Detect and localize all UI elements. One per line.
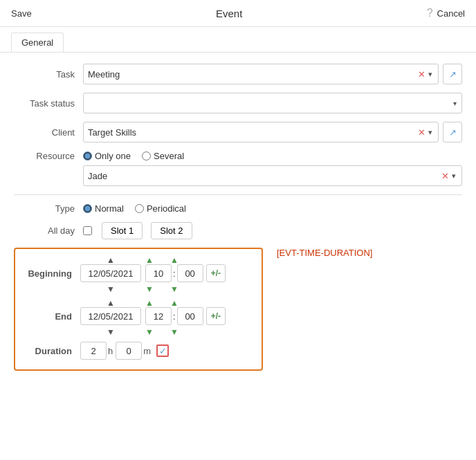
help-icon[interactable]: ? bbox=[427, 7, 433, 19]
end-down-arrows: ▼ ▼ ▼ bbox=[25, 328, 252, 336]
task-label: Task bbox=[14, 69, 83, 80]
resource-several-radio[interactable] bbox=[142, 151, 151, 160]
beginning-minute-up-button[interactable]: ▲ bbox=[169, 256, 180, 264]
end-time-down-group: ▼ ▼ bbox=[144, 328, 180, 336]
client-dropdown-button[interactable]: ▾ bbox=[427, 128, 434, 137]
beginning-date-down-button[interactable]: ▼ bbox=[105, 285, 116, 293]
end-time-up-group: ▲ ▲ bbox=[144, 299, 180, 307]
end-date-up-spacer: ▲ bbox=[80, 299, 141, 307]
cancel-button[interactable]: Cancel bbox=[437, 8, 465, 19]
client-row: Client ✕ ▾ ↗ bbox=[14, 122, 462, 142]
allday-row: All day Slot 1 Slot 2 bbox=[14, 222, 462, 239]
beginning-row: Beginning : +/- bbox=[25, 264, 252, 282]
resource-input-row: ✕ ▾ bbox=[14, 165, 462, 186]
resource-label: Resource bbox=[14, 151, 83, 161]
resource-only-one-radio[interactable] bbox=[83, 151, 92, 160]
end-minute-input[interactable] bbox=[177, 307, 203, 325]
resource-row: Resource Only one Several ✕ ▾ bbox=[14, 151, 462, 186]
type-normal-option[interactable]: Normal bbox=[83, 203, 124, 214]
end-hour-up-button[interactable]: ▲ bbox=[144, 299, 155, 307]
client-input[interactable] bbox=[88, 127, 416, 138]
beginning-colon: : bbox=[172, 268, 177, 279]
task-status-row: Task status ▾ bbox=[14, 93, 462, 113]
task-status-select[interactable] bbox=[83, 93, 462, 113]
duration-hours-unit: h bbox=[108, 346, 113, 356]
form-body: Task ✕ ▾ ↗ Task status ▾ Client ✕ ▾ ↗ Re… bbox=[0, 53, 476, 390]
beginning-hour-up-button[interactable]: ▲ bbox=[144, 256, 155, 264]
task-status-label: Task status bbox=[14, 98, 83, 109]
beginning-hour-down-button[interactable]: ▼ bbox=[144, 285, 155, 293]
end-plusminus-button[interactable]: +/- bbox=[206, 307, 226, 325]
type-periodical-option[interactable]: Periodical bbox=[135, 203, 186, 214]
cancel-group: ? Cancel bbox=[427, 7, 465, 19]
save-button[interactable]: Save bbox=[11, 8, 32, 19]
resource-several-option[interactable]: Several bbox=[142, 151, 184, 161]
duration-minutes-unit: m bbox=[143, 346, 151, 356]
client-label: Client bbox=[14, 127, 83, 138]
client-clear-button[interactable]: ✕ bbox=[416, 127, 427, 138]
tab-general[interactable]: General bbox=[11, 33, 64, 52]
end-date-down-spacer: ▼ bbox=[80, 328, 141, 336]
end-date-down-button[interactable]: ▼ bbox=[105, 328, 116, 336]
end-minute-up-button[interactable]: ▲ bbox=[169, 299, 180, 307]
client-external-link-button[interactable]: ↗ bbox=[443, 122, 462, 142]
end-colon: : bbox=[172, 311, 177, 322]
client-input-wrapper: ✕ ▾ bbox=[83, 122, 439, 142]
allday-label: All day bbox=[14, 226, 83, 236]
beginning-date-input[interactable] bbox=[80, 264, 141, 282]
beginning-date-up-button[interactable]: ▲ bbox=[105, 256, 116, 264]
slot1-button[interactable]: Slot 1 bbox=[102, 222, 143, 239]
task-clear-button[interactable]: ✕ bbox=[416, 69, 427, 80]
duration-minutes-input[interactable] bbox=[116, 342, 142, 360]
resource-input[interactable] bbox=[88, 171, 440, 181]
resource-dropdown-button[interactable]: ▾ bbox=[450, 172, 457, 181]
resource-several-label: Several bbox=[154, 151, 184, 161]
end-date-input[interactable] bbox=[80, 307, 141, 325]
beginning-label: Beginning bbox=[25, 268, 80, 279]
resource-input-wrapper: ✕ ▾ bbox=[83, 165, 462, 186]
resource-only-one-label: Only one bbox=[95, 151, 131, 161]
page-title: Event bbox=[216, 8, 242, 19]
beginning-plusminus-button[interactable]: +/- bbox=[206, 264, 226, 282]
end-date-up-button[interactable]: ▲ bbox=[105, 299, 116, 307]
duration-row: Duration h m ✓ bbox=[25, 342, 252, 360]
resource-clear-button[interactable]: ✕ bbox=[440, 171, 450, 181]
end-hour-down-button[interactable]: ▼ bbox=[144, 328, 155, 336]
task-dropdown-button[interactable]: ▾ bbox=[427, 70, 434, 79]
task-row: Task ✕ ▾ ↗ bbox=[14, 64, 462, 84]
beginning-minute-down-button[interactable]: ▼ bbox=[169, 285, 180, 293]
duration-label: Duration bbox=[25, 346, 80, 356]
duration-hours-input[interactable] bbox=[80, 342, 107, 360]
beginning-up-arrows: ▲ ▲ ▲ bbox=[25, 256, 252, 264]
resource-only-one-option[interactable]: Only one bbox=[83, 151, 131, 161]
beginning-time-down-group: ▼ ▼ bbox=[144, 285, 180, 293]
beginning-down-arrows: ▼ ▼ ▼ bbox=[25, 285, 252, 293]
type-normal-label: Normal bbox=[95, 203, 124, 214]
duration-checkbox[interactable]: ✓ bbox=[156, 344, 169, 357]
task-external-link-button[interactable]: ↗ bbox=[443, 64, 462, 84]
task-input-wrapper: ✕ ▾ bbox=[83, 64, 439, 84]
beginning-time-up-group: ▲ ▲ bbox=[144, 256, 180, 264]
datetime-section: ▲ ▲ ▲ Beginning : +/- ▼ bbox=[14, 248, 462, 379]
resource-radio-group: Only one Several bbox=[83, 151, 184, 161]
type-label: Type bbox=[14, 203, 83, 214]
type-periodical-radio[interactable] bbox=[135, 204, 144, 213]
type-normal-radio[interactable] bbox=[83, 204, 92, 213]
beginning-hour-input[interactable] bbox=[145, 264, 172, 282]
type-periodical-label: Periodical bbox=[147, 203, 186, 214]
end-hour-input[interactable] bbox=[145, 307, 172, 325]
duration-checkmark-icon: ✓ bbox=[159, 347, 167, 356]
task-status-wrapper: ▾ bbox=[83, 93, 462, 113]
task-input[interactable] bbox=[88, 69, 416, 80]
end-label: End bbox=[25, 311, 80, 322]
end-minute-down-button[interactable]: ▼ bbox=[169, 328, 180, 336]
tab-bar: General bbox=[0, 27, 476, 53]
type-radio-group: Normal Periodical bbox=[83, 203, 186, 214]
resource-radio-row: Resource Only one Several bbox=[14, 151, 462, 161]
allday-checkbox[interactable] bbox=[83, 226, 92, 235]
slot2-button[interactable]: Slot 2 bbox=[151, 222, 192, 239]
end-row: End : +/- bbox=[25, 307, 252, 325]
beginning-date-down-spacer: ▼ bbox=[80, 285, 141, 293]
evt-time-duration-tag: [EVT-TIME-DURATION] bbox=[277, 248, 372, 258]
beginning-minute-input[interactable] bbox=[177, 264, 203, 282]
